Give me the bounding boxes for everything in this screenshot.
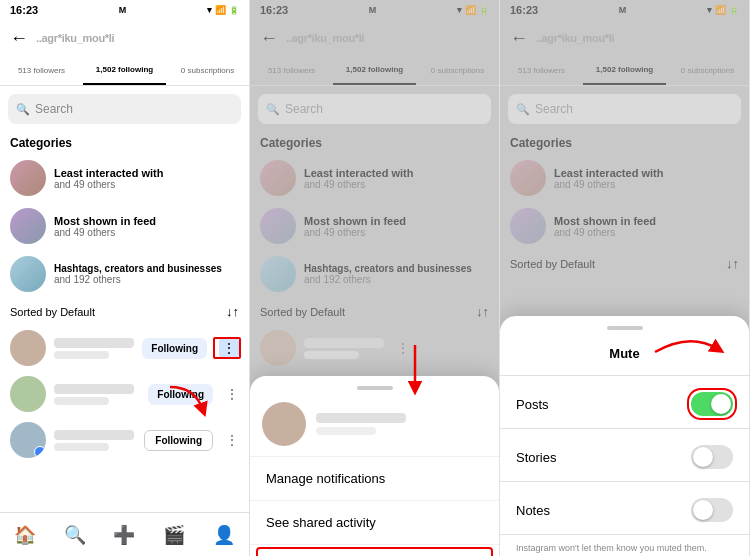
sheet-shared-activity[interactable]: See shared activity <box>250 501 499 544</box>
three-dots-btn-1[interactable]: ⋮ <box>219 338 239 358</box>
tab-followers-3[interactable]: 513 followers <box>500 56 583 85</box>
following-btn-1[interactable]: Following <box>142 338 207 359</box>
cat-name-mostfeed-3: Most shown in feed <box>554 215 656 227</box>
panel-3: 16:23 M ▾ 📶 🔋 ← ..agr*iku_mou*li 513 fol… <box>500 0 750 556</box>
time-2: 16:23 <box>260 4 288 16</box>
mute-divider-3 <box>500 534 749 535</box>
sort-icon-3[interactable]: ↓↑ <box>726 256 739 271</box>
tab-subscriptions-2[interactable]: 0 subscriptions <box>416 56 499 85</box>
avatar-least-2 <box>260 160 296 196</box>
tab-followers-1[interactable]: 513 followers <box>0 56 83 85</box>
search-bar-1[interactable]: 🔍 Search <box>8 94 241 124</box>
signal-icon: 📶 <box>215 5 226 15</box>
sort-icon-1[interactable]: ↓↑ <box>226 304 239 319</box>
avatar-mostfeed-3 <box>510 208 546 244</box>
panel-2: 16:23 M ▾ 📶 🔋 ← ..agr*iku_mou*li 513 fol… <box>250 0 500 556</box>
avatar-least-1 <box>10 160 46 196</box>
tab-following-3[interactable]: 1,502 following <box>583 56 666 85</box>
mute-divider-2 <box>500 481 749 482</box>
battery-icon-3: 🔋 <box>729 6 739 15</box>
mute-stories-label: Stories <box>516 450 556 465</box>
tab-followers-2[interactable]: 513 followers <box>250 56 333 85</box>
wifi-icon-3: ▾ <box>707 5 712 15</box>
three-dots-2-1[interactable]: ⋮ <box>396 340 410 356</box>
search-icon-2: 🔍 <box>266 103 280 116</box>
tab-following-2[interactable]: 1,502 following <box>333 56 416 85</box>
sheet-user-avatar <box>262 402 306 446</box>
battery-icon-2: 🔋 <box>479 6 489 15</box>
category-least-3[interactable]: Least interacted with and 49 others <box>500 154 749 202</box>
sheet-user-name <box>316 413 406 423</box>
back-button-3[interactable]: ← <box>510 28 528 49</box>
wifi-icon: ▾ <box>207 5 212 15</box>
cat-text-least-2: Least interacted with and 49 others <box>304 167 413 190</box>
user-avatar-3 <box>10 422 46 458</box>
nav-reels-1[interactable]: 🎬 <box>149 524 199 546</box>
category-mostfeed-1[interactable]: Most shown in feed and 49 others <box>0 202 249 250</box>
posts-toggle[interactable] <box>691 392 733 416</box>
header-1: ← ..agr*iku_mou*li <box>0 20 249 56</box>
following-btn-3[interactable]: Following <box>144 430 213 451</box>
sheet-user-info <box>316 413 406 435</box>
panel2-bg-content: 16:23 M ▾ 📶 🔋 ← ..agr*iku_mou*li 513 fol… <box>250 0 499 371</box>
notes-toggle[interactable] <box>691 498 733 522</box>
manage-notifs-label: Manage notifications <box>266 471 385 486</box>
nav-profile-1[interactable]: 👤 <box>199 524 249 546</box>
panel3-bg-content: 16:23 M ▾ 📶 🔋 ← ..agr*iku_mou*li 513 fol… <box>500 0 749 277</box>
cat-sub-mostfeed-3: and 49 others <box>554 227 656 238</box>
nav-search-1[interactable]: 🔍 <box>50 524 100 546</box>
tab-subscriptions-3[interactable]: 0 subscriptions <box>666 56 749 85</box>
sorted-label-2: Sorted by Default <box>260 306 345 318</box>
search-bar-2[interactable]: 🔍 Search <box>258 94 491 124</box>
back-button-2[interactable]: ← <box>260 28 278 49</box>
category-sub-mostfeed-1: and 49 others <box>54 227 156 238</box>
sort-icon-2[interactable]: ↓↑ <box>476 304 489 319</box>
status-icon-m2: M <box>369 5 377 15</box>
cat-name-mostfeed-2: Most shown in feed <box>304 215 406 227</box>
avatar-mostfeed-1 <box>10 208 46 244</box>
time-3: 16:23 <box>510 4 538 16</box>
back-button-1[interactable]: ← <box>10 28 28 49</box>
mute-row-posts: Posts <box>500 380 749 428</box>
user-sub-2-1 <box>304 351 359 359</box>
cat-name-hashtags-2: Hashtags, creators and businesses <box>304 263 472 274</box>
sheet-mute-item[interactable]: Mute <box>256 547 493 556</box>
sheet-user-sub <box>316 427 376 435</box>
user-sub-3 <box>54 443 109 451</box>
following-btn-2[interactable]: Following <box>148 384 213 405</box>
category-mostfeed-3[interactable]: Most shown in feed and 49 others <box>500 202 749 250</box>
cat-text-least-3: Least interacted with and 49 others <box>554 167 663 190</box>
stories-toggle[interactable] <box>691 445 733 469</box>
category-hashtags-2[interactable]: Hashtags, creators and businesses and 19… <box>250 250 499 298</box>
category-least-2[interactable]: Least interacted with and 49 others <box>250 154 499 202</box>
categories-label-3: Categories <box>500 132 749 154</box>
user-row-2-1: ⋮ <box>250 325 499 371</box>
sorted-bar-1: Sorted by Default ↓↑ <box>0 298 249 325</box>
category-hashtags-1[interactable]: Hashtags, creators and businesses and 19… <box>0 250 249 298</box>
nav-home-1[interactable]: 🏠 <box>0 524 50 546</box>
category-mostfeed-2[interactable]: Most shown in feed and 49 others <box>250 202 499 250</box>
user-name-3 <box>54 430 134 440</box>
tab-following-1[interactable]: 1,502 following <box>83 56 166 85</box>
tabs-3: 513 followers 1,502 following 0 subscrip… <box>500 56 749 86</box>
tab-subscriptions-1[interactable]: 0 subscriptions <box>166 56 249 85</box>
nav-add-1[interactable]: ➕ <box>100 524 150 546</box>
profile-name-1: ..agr*iku_mou*li <box>36 32 239 44</box>
sheet-manage-notifs[interactable]: Manage notifications <box>250 457 499 500</box>
three-dots-btn-3[interactable]: ⋮ <box>225 432 239 448</box>
cat-sub-least-2: and 49 others <box>304 179 413 190</box>
profile-name-2: ..agr*iku_mou*li <box>286 32 489 44</box>
panel-1: 16:23 M ▾ 📶 🔋 ← ..agr*iku_mou*li 513 fol… <box>0 0 250 556</box>
cat-sub-hashtags-2: and 192 others <box>304 274 472 285</box>
three-dots-btn-2[interactable]: ⋮ <box>225 386 239 402</box>
search-bar-3[interactable]: 🔍 Search <box>508 94 741 124</box>
mute-posts-label: Posts <box>516 397 549 412</box>
category-text-hashtags-1: Hashtags, creators and businesses and 19… <box>54 263 222 285</box>
search-placeholder-3: Search <box>535 102 573 116</box>
category-text-least-1: Least interacted with and 49 others <box>54 167 163 190</box>
search-placeholder-2: Search <box>285 102 323 116</box>
sheet-user-row <box>250 402 499 456</box>
user-name-2 <box>54 384 134 394</box>
category-least-1[interactable]: Least interacted with and 49 others <box>0 154 249 202</box>
status-icons-3: ▾ 📶 🔋 <box>707 5 739 15</box>
